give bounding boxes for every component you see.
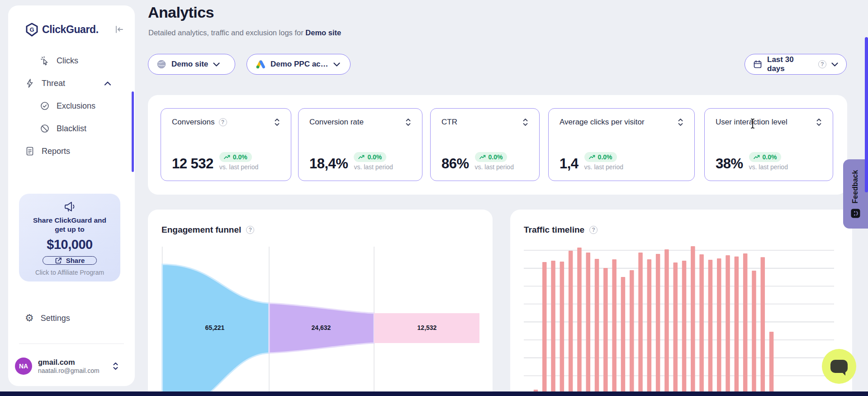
brand-name: ClickGuard. [42, 24, 99, 36]
trend-up-icon [224, 155, 230, 159]
chevron-down-icon [213, 62, 220, 67]
user-email: naatali.ro@gmail.com [38, 367, 100, 375]
calendar-icon [753, 60, 762, 69]
sidebar-item-reports[interactable]: Reports [8, 140, 135, 162]
page-scrollbar-thumb[interactable] [865, 37, 868, 192]
sidebar-scroll-indicator[interactable] [132, 91, 134, 172]
sidebar-nav: Clicks Threat Exclusions [8, 49, 135, 162]
funnel-chart-title: Engagement funnel [161, 225, 241, 235]
site-selector-value: Demo site [171, 60, 208, 69]
feedback-smiley-icon [851, 208, 861, 218]
sidebar-item-blacklist[interactable]: Blacklist [8, 117, 135, 140]
affiliate-link[interactable]: Click to Affiliate Program [35, 269, 104, 276]
traffic-timeline-card: Traffic timeline ? [510, 210, 852, 396]
chat-bubble-icon [830, 360, 848, 373]
trend-badge: 0.0% [219, 152, 252, 162]
badge-check-icon [40, 101, 50, 111]
traffic-bar [586, 253, 591, 396]
globe-icon [157, 59, 166, 69]
traffic-bar [761, 257, 765, 396]
sidebar-item-exclusions[interactable]: Exclusions [8, 95, 135, 117]
site-selector[interactable]: Demo site [148, 54, 235, 75]
kpi-compare-label: vs. last period [354, 163, 393, 171]
traffic-bar [560, 262, 564, 396]
traffic-bar [743, 253, 748, 396]
metric-sort-icon[interactable] [522, 118, 528, 126]
date-range-selector[interactable]: Last 30 days ? [745, 54, 847, 75]
traffic-bar [708, 260, 713, 396]
kpi-value: 1,4 [560, 157, 579, 171]
settings-label: Settings [41, 314, 70, 323]
affiliate-promo-card[interactable]: Share ClickGuard and get up to $10,000 S… [19, 194, 120, 281]
user-info: gmail.com naatali.ro@gmail.com [38, 358, 100, 375]
help-icon[interactable]: ? [589, 226, 598, 234]
chevron-down-icon [333, 62, 340, 67]
metric-sort-icon[interactable] [405, 118, 411, 126]
traffic-bar [647, 259, 652, 396]
ppc-account-selector[interactable]: Demo PPC ac… [247, 54, 351, 75]
cursor-click-icon [40, 56, 50, 66]
traffic-bar [630, 270, 634, 396]
feedback-tab[interactable]: Feedback [843, 159, 868, 229]
metric-sort-icon[interactable] [678, 118, 683, 126]
traffic-bar [674, 262, 678, 396]
help-icon[interactable]: ? [818, 60, 826, 68]
kpi-card-user-interaction: User interaction level 38% 0.0% vs. last… [704, 108, 833, 181]
metric-sort-icon[interactable] [274, 118, 280, 126]
megaphone-icon [63, 200, 76, 213]
help-icon[interactable]: ? [246, 226, 254, 234]
chevron-up-icon[interactable] [104, 81, 111, 86]
traffic-bar [735, 257, 739, 396]
sidebar-item-label: Blacklist [57, 124, 86, 134]
kpi-value: 12 532 [172, 157, 213, 171]
subtitle-site-name: Demo site [305, 29, 341, 37]
kpi-compare-label: vs. last period [584, 163, 623, 171]
share-button[interactable]: Share [43, 256, 97, 265]
expand-chevrons-icon[interactable] [113, 362, 119, 370]
sidebar-item-label: Reports [42, 147, 70, 156]
sidebar-item-threat[interactable]: Threat [8, 72, 135, 95]
trend-badge: 0.0% [584, 152, 617, 162]
traffic-bar [664, 249, 669, 396]
funnel-value-label: 12,532 [417, 324, 437, 331]
sidebar: G ClickGuard. Clicks [8, 5, 135, 386]
traffic-bar [612, 259, 617, 396]
sidebar-collapse-icon[interactable] [114, 25, 124, 34]
kpi-title: Conversions [172, 118, 215, 127]
kpi-card-avg-clicks: Average clicks per visitor 1,4 0.0% vs. … [548, 108, 695, 181]
sidebar-item-settings[interactable]: ⚙ Settings [8, 307, 135, 329]
promo-amount: $10,000 [47, 237, 92, 252]
kpi-title: User interaction level [716, 118, 787, 127]
funnel-value-label: 24,632 [312, 324, 331, 331]
traffic-bar [621, 277, 626, 396]
kpi-card-conversion-rate: Conversion rate 18,4% 0.0% vs. last peri… [298, 108, 422, 181]
kpi-title: Conversion rate [309, 118, 364, 127]
trend-badge: 0.0% [749, 152, 782, 162]
traffic-bar [726, 255, 730, 396]
svg-text:G: G [29, 26, 34, 33]
chat-launcher-button[interactable] [822, 349, 856, 384]
engagement-funnel-card: Engagement funnel ? 65,221 24,632 12,532 [148, 210, 493, 396]
traffic-chart-title: Traffic timeline [524, 225, 584, 235]
traffic-bar [769, 332, 774, 396]
gear-icon: ⚙ [25, 313, 34, 323]
sidebar-item-clicks[interactable]: Clicks [8, 49, 135, 72]
traffic-bar [603, 268, 608, 396]
traffic-bar [717, 258, 721, 396]
traffic-bar [656, 254, 660, 396]
trend-badge: 0.0% [475, 152, 508, 162]
ban-icon [40, 124, 50, 134]
kpi-compare-label: vs. last period [749, 163, 788, 171]
date-range-value: Last 30 days [767, 55, 813, 73]
page-title: Analytics [148, 4, 214, 21]
account-switcher[interactable]: NA gmail.com naatali.ro@gmail.com [15, 352, 128, 380]
share-button-label: Share [66, 257, 85, 264]
sidebar-item-label: Threat [42, 79, 65, 88]
ppc-account-value: Demo PPC ac… [270, 60, 328, 69]
traffic-bar [699, 254, 704, 396]
metric-sort-icon[interactable] [816, 118, 822, 126]
traffic-bar [752, 271, 756, 396]
help-icon[interactable]: ? [219, 118, 227, 126]
kpi-compare-label: vs. last period [475, 163, 514, 171]
kpi-title: Average clicks per visitor [560, 118, 645, 127]
